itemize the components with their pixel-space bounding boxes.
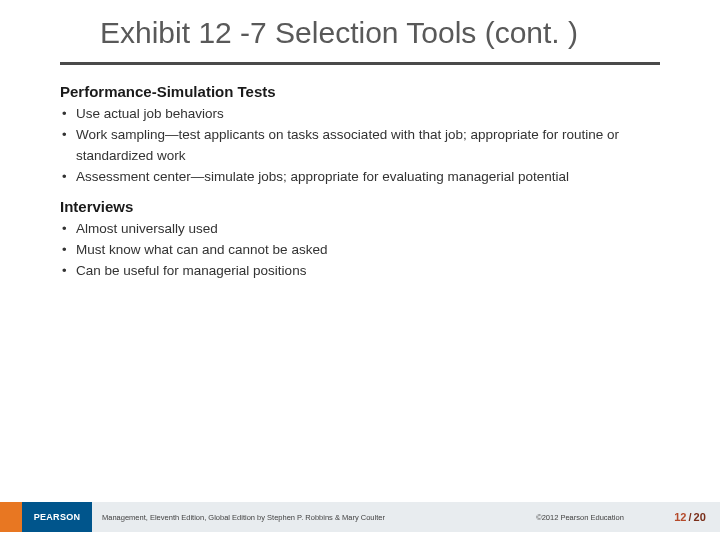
bullet-list-performance: Use actual job behaviors Work sampling—t… <box>60 104 660 188</box>
section-heading-performance: Performance-Simulation Tests <box>60 83 660 100</box>
list-item: Assessment center—simulate jobs; appropr… <box>60 167 660 188</box>
section-heading-interviews: Interviews <box>60 198 660 215</box>
list-item: Must know what can and cannot be asked <box>60 240 660 261</box>
list-item: Can be useful for managerial positions <box>60 261 660 282</box>
bullet-list-interviews: Almost universally used Must know what c… <box>60 219 660 282</box>
list-item: Almost universally used <box>60 219 660 240</box>
copyright-text: ©2012 Pearson Education <box>500 502 660 532</box>
footer-bar: PEARSON Management, Eleventh Edition, Gl… <box>0 502 720 532</box>
page-total: 20 <box>694 511 706 523</box>
brand-accent <box>0 502 22 532</box>
page-number: 12 / 20 <box>660 502 720 532</box>
page-current: 12 <box>674 511 686 523</box>
book-credit: Management, Eleventh Edition, Global Edi… <box>92 502 500 532</box>
list-item: Use actual job behaviors <box>60 104 660 125</box>
title-divider <box>60 62 660 65</box>
page-separator: / <box>686 511 693 523</box>
slide-title: Exhibit 12 -7 Selection Tools (cont. ) <box>0 0 720 62</box>
list-item: Work sampling—test applicants on tasks a… <box>60 125 660 167</box>
content-area: Performance-Simulation Tests Use actual … <box>0 83 720 281</box>
pearson-logo: PEARSON <box>22 502 92 532</box>
